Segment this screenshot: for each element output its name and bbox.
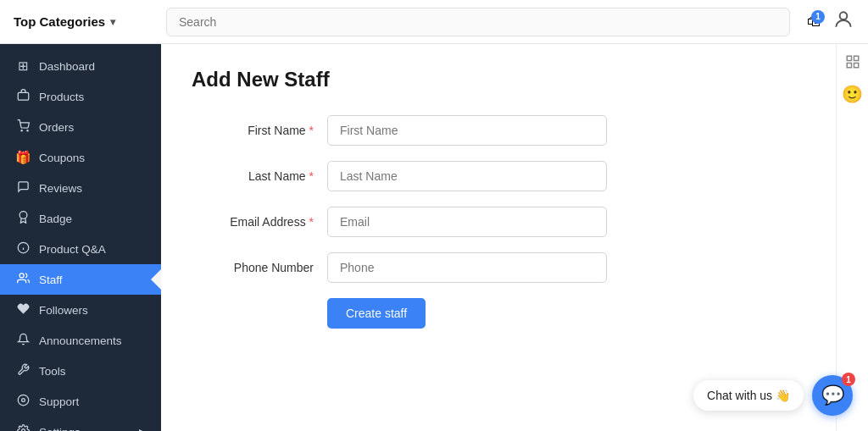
email-input[interactable] — [327, 207, 607, 237]
svg-rect-15 — [847, 64, 851, 68]
sidebar-label-staff: Staff — [39, 274, 63, 286]
sidebar-label-support: Support — [39, 395, 79, 408]
cart-button[interactable]: 🛍 1 — [807, 14, 821, 30]
sidebar-label-announcements: Announcements — [39, 334, 122, 347]
settings-icon — [15, 424, 31, 431]
header: Top Categories ▾ 🛍 1 — [0, 0, 868, 44]
sidebar-label-products: Products — [39, 91, 84, 103]
cart-badge: 1 — [811, 10, 825, 24]
svg-point-7 — [18, 395, 29, 406]
sidebar-item-staff[interactable]: Staff — [0, 264, 161, 295]
sidebar-label-coupons: Coupons — [39, 152, 85, 164]
svg-rect-13 — [847, 56, 851, 60]
search-input[interactable] — [166, 8, 790, 36]
sidebar-item-settings[interactable]: Settings ▶ — [0, 417, 161, 431]
sidebar-item-reviews[interactable]: Reviews — [0, 173, 161, 203]
header-icons: 🛍 1 — [807, 8, 854, 36]
sidebar-item-followers[interactable]: Followers — [0, 295, 161, 325]
chat-button[interactable]: 💬 1 — [812, 375, 853, 416]
phone-group: Phone Number — [192, 252, 805, 283]
sidebar-label-product-qa: Product Q&A — [39, 243, 106, 256]
svg-point-8 — [21, 399, 25, 402]
logo-text: Top Categories — [14, 14, 105, 29]
sidebar-label-dashboard: Dashboard — [39, 60, 95, 73]
svg-rect-1 — [18, 92, 29, 100]
reviews-icon — [15, 180, 31, 196]
user-profile-button[interactable] — [832, 8, 854, 36]
page-title: Add New Staff — [192, 68, 805, 91]
sidebar-label-followers: Followers — [39, 304, 88, 317]
email-label: Email Address * — [192, 215, 327, 229]
grid-icon[interactable] — [845, 54, 860, 74]
create-staff-button[interactable]: Create staff — [327, 298, 426, 329]
main-content: Add New Staff First Name * Last Name * E… — [161, 44, 836, 431]
sidebar-item-announcements[interactable]: Announcements — [0, 325, 161, 356]
email-group: Email Address * — [192, 207, 805, 237]
sidebar-item-tools[interactable]: Tools — [0, 356, 161, 386]
sidebar-nav: ⊞ Dashboard Products Orders — [0, 44, 161, 431]
last-name-label: Last Name * — [192, 169, 327, 183]
sidebar-label-badge: Badge — [39, 213, 72, 225]
add-staff-form: First Name * Last Name * Email Address * — [192, 115, 805, 329]
sidebar: ⊞ Dashboard Products Orders — [0, 44, 161, 431]
sidebar-item-dashboard[interactable]: ⊞ Dashboard — [0, 51, 161, 81]
chat-notification-badge: 1 — [842, 373, 855, 386]
emoji-icon[interactable]: 🙂 — [842, 84, 863, 104]
last-name-input[interactable] — [327, 161, 607, 191]
logo-chevron: ▾ — [110, 16, 115, 28]
sidebar-item-support[interactable]: Support — [0, 386, 161, 417]
tools-icon — [15, 363, 31, 379]
svg-rect-16 — [854, 64, 858, 68]
svg-point-6 — [19, 274, 24, 278]
followers-icon — [15, 302, 31, 318]
svg-rect-14 — [854, 56, 858, 60]
products-icon — [15, 89, 31, 104]
staff-icon — [15, 272, 31, 287]
sidebar-label-orders: Orders — [39, 121, 74, 134]
product-qa-icon — [15, 241, 31, 257]
chat-button-icon: 💬 — [821, 384, 844, 406]
first-name-input[interactable] — [327, 115, 607, 146]
svg-point-4 — [19, 212, 27, 219]
logo[interactable]: Top Categories ▾ — [14, 14, 149, 29]
sidebar-label-reviews: Reviews — [39, 182, 82, 195]
sidebar-label-settings: Settings — [39, 426, 81, 432]
sidebar-item-coupons[interactable]: 🎁 Coupons — [0, 142, 161, 173]
sidebar-item-orders[interactable]: Orders — [0, 112, 161, 142]
support-icon — [15, 394, 31, 409]
coupons-icon: 🎁 — [15, 150, 31, 165]
badge-icon — [15, 211, 31, 226]
announcements-icon — [15, 333, 31, 348]
first-name-label: First Name * — [192, 124, 327, 137]
svg-point-0 — [840, 12, 848, 19]
sidebar-item-product-qa[interactable]: Product Q&A — [0, 234, 161, 264]
first-name-group: First Name * — [192, 115, 805, 146]
search-container — [166, 8, 790, 36]
phone-label: Phone Number — [192, 261, 327, 274]
sidebar-label-tools: Tools — [39, 365, 66, 378]
active-indicator — [151, 269, 161, 290]
chat-widget: Chat with us 👋 💬 1 — [693, 375, 853, 416]
chat-bubble[interactable]: Chat with us 👋 — [693, 380, 804, 411]
phone-input[interactable] — [327, 252, 607, 283]
main-layout: ⊞ Dashboard Products Orders — [0, 44, 868, 431]
dashboard-icon: ⊞ — [15, 58, 31, 74]
svg-point-3 — [26, 130, 27, 131]
svg-point-2 — [21, 130, 22, 131]
sidebar-item-badge[interactable]: Badge — [0, 203, 161, 234]
settings-submenu-arrow: ▶ — [139, 427, 146, 432]
last-name-group: Last Name * — [192, 161, 805, 191]
sidebar-item-products[interactable]: Products — [0, 81, 161, 112]
orders-icon — [15, 119, 31, 135]
